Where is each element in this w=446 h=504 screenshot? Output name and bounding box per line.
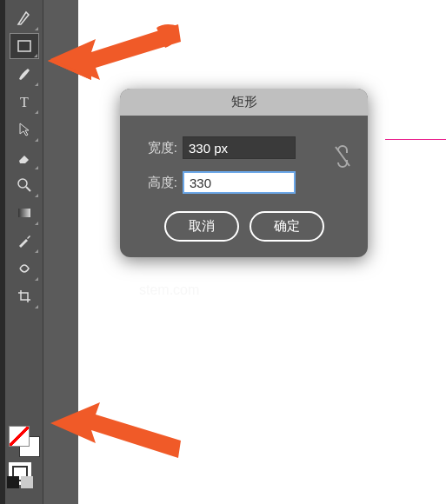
link-dimensions-icon[interactable] [333, 143, 352, 174]
crop-tool[interactable] [10, 283, 39, 309]
eyedropper-tool[interactable] [10, 228, 39, 254]
svg-rect-4 [18, 209, 30, 217]
brush-tool[interactable] [10, 61, 39, 87]
screen-mode[interactable] [7, 476, 33, 488]
guide-line [385, 139, 446, 140]
rectangle-dialog: 矩形 宽度: 高度: 取消 确定 [120, 89, 368, 257]
gradient-tool[interactable] [10, 200, 39, 226]
height-label: 高度: [136, 175, 177, 191]
foreground-color-swatch[interactable] [9, 426, 30, 447]
svg-point-2 [18, 179, 27, 188]
eraser-tool[interactable] [10, 144, 39, 170]
width-input[interactable] [183, 136, 296, 159]
type-tool[interactable]: T [10, 89, 39, 115]
dialog-title: 矩形 [120, 89, 368, 116]
svg-rect-0 [18, 41, 30, 51]
healing-tool[interactable] [10, 255, 39, 282]
path-selection-tool[interactable] [10, 116, 39, 143]
ok-button[interactable]: 确定 [250, 211, 324, 242]
svg-line-3 [26, 187, 30, 191]
rectangle-tool[interactable] [10, 33, 39, 59]
pen-tool[interactable] [10, 5, 39, 31]
svg-text:T: T [20, 95, 29, 109]
dodge-tool[interactable] [10, 172, 39, 198]
height-input[interactable] [183, 171, 296, 194]
cancel-button[interactable]: 取消 [164, 211, 239, 242]
width-label: 宽度: [136, 140, 177, 156]
